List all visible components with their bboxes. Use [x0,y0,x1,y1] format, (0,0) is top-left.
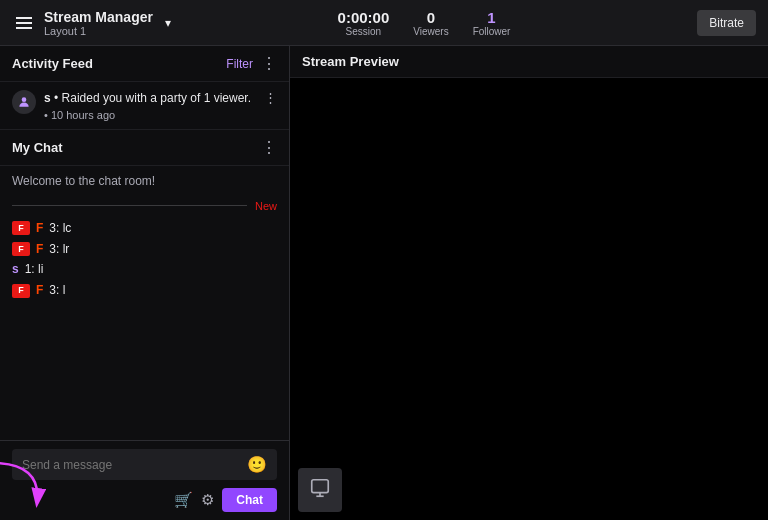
chat-text-3: 1: li [25,261,44,278]
viewers-stat: 0 Viewers [413,9,448,37]
chat-messages: Welcome to the chat room! New F F 3: lc … [0,166,289,440]
svg-rect-2 [312,479,329,492]
activity-feed-menu-icon[interactable]: ⋮ [261,54,277,73]
app-title: Stream Manager [44,9,153,25]
right-panel: Stream Preview [290,46,768,520]
activity-item-icon [12,90,36,114]
activity-item-menu-icon[interactable]: ⋮ [264,90,277,105]
stream-preview-header: Stream Preview [290,46,768,78]
hamburger-menu-icon[interactable] [12,13,36,33]
chat-badge-1: F [12,221,30,235]
chat-username-2: F [36,241,43,258]
chat-menu-icon[interactable]: ⋮ [261,138,277,157]
chat-message-2: F F 3: lr [12,241,277,258]
settings-icon[interactable]: ⚙ [201,491,214,509]
viewers-value: 0 [427,9,435,26]
chevron-down-icon[interactable]: ▾ [165,16,171,30]
nav-left: Stream Manager Layout 1 ▾ [12,9,192,37]
session-label: Session [346,26,382,37]
chat-section: My Chat ⋮ Welcome to the chat room! New … [0,130,289,520]
activity-feed-actions: Filter ⋮ [226,54,277,73]
cart-icon[interactable]: 🛒 [174,491,193,509]
chat-input-wrapper: 🙂 [12,449,277,480]
chat-send-button[interactable]: Chat [222,488,277,512]
activity-feed-header: Activity Feed Filter ⋮ [0,46,289,82]
left-panel: Activity Feed Filter ⋮ s • Raided you wi… [0,46,290,520]
session-value: 0:00:00 [338,9,390,26]
layout-subtitle: Layout 1 [44,25,153,37]
svg-point-0 [22,97,27,102]
stream-preview-title: Stream Preview [302,54,399,69]
chat-message-1: F F 3: lc [12,220,277,237]
activity-meta: • 10 hours ago [44,109,256,121]
chat-divider-line [12,205,247,206]
follower-label: Follower [473,26,511,37]
top-nav: Stream Manager Layout 1 ▾ 0:00:00 Sessio… [0,0,768,46]
chat-text-1: 3: lc [49,220,71,237]
session-stat: 0:00:00 Session [338,9,390,37]
chat-input-area: 🙂 🛒 ⚙ Chat [0,440,289,520]
activity-item-content: s • Raided you with a party of 1 viewer.… [44,90,256,121]
activity-feed-title: Activity Feed [12,56,93,71]
chat-badge-4: F [12,284,30,298]
main-layout: Activity Feed Filter ⋮ s • Raided you wi… [0,46,768,520]
chat-message-3: s 1: li [12,261,277,278]
emoji-icon[interactable]: 🙂 [247,455,267,474]
chat-message-4: F F 3: l [12,282,277,299]
chat-text-4: 3: l [49,282,65,299]
bitrate-button[interactable]: Bitrate [697,10,756,36]
activity-item-text: s • Raided you with a party of 1 viewer. [44,90,256,107]
nav-right: Bitrate [656,10,756,36]
chat-text-2: 3: lr [49,241,69,258]
chat-header: My Chat ⋮ [0,130,289,166]
chat-username-3: s [12,261,19,278]
stream-control-button[interactable] [298,468,342,512]
chat-badge-2: F [12,242,30,256]
chat-new-divider: New [12,200,277,212]
chat-welcome-message: Welcome to the chat room! [12,174,277,188]
follower-value: 1 [487,9,495,26]
chat-toolbar: 🛒 ⚙ Chat [12,488,277,512]
stream-control-icon [309,477,331,504]
chat-message-input[interactable] [22,458,239,472]
chat-username-4: F [36,282,43,299]
stream-preview-content [290,78,768,520]
chat-username-1: F [36,220,43,237]
viewers-label: Viewers [413,26,448,37]
follower-stat: 1 Follower [473,9,511,37]
chat-new-label: New [255,200,277,212]
chat-title: My Chat [12,140,63,155]
nav-title-block: Stream Manager Layout 1 [44,9,153,37]
activity-username: s [44,91,51,105]
activity-description: • Raided you with a party of 1 viewer. [54,91,251,105]
activity-feed-item: s • Raided you with a party of 1 viewer.… [0,82,289,130]
filter-button[interactable]: Filter [226,57,253,71]
nav-stats: 0:00:00 Session 0 Viewers 1 Follower [192,9,656,37]
